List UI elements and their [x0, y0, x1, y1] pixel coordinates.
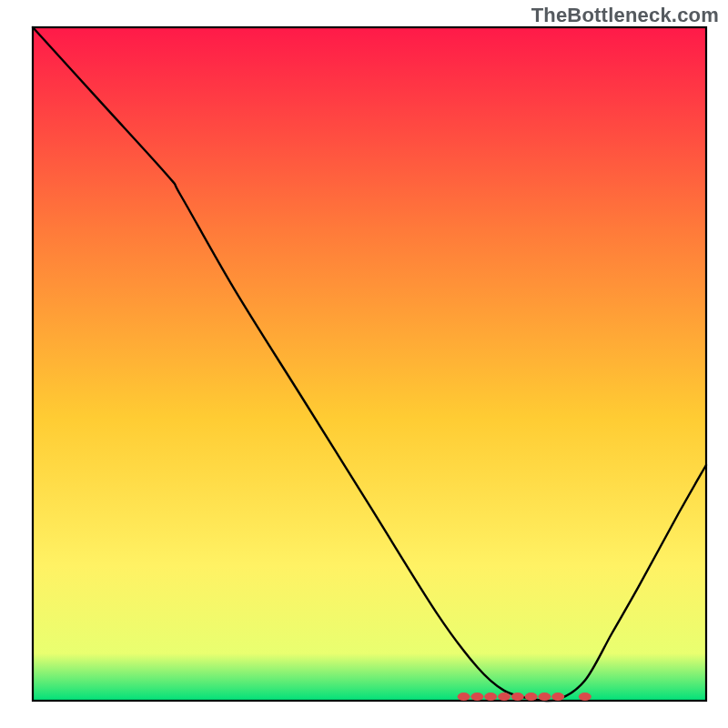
optimal-marker [458, 693, 470, 701]
plot-background [33, 27, 706, 701]
optimal-marker [538, 693, 551, 701]
optimal-marker [498, 693, 511, 701]
chart-container: TheBottleneck.com [0, 0, 728, 728]
optimal-marker [511, 693, 524, 701]
watermark-text: TheBottleneck.com [531, 4, 719, 27]
optimal-marker [470, 693, 483, 701]
chart-svg [0, 0, 728, 728]
optimal-marker [579, 693, 592, 701]
optimal-marker [484, 693, 497, 701]
optimal-marker [525, 693, 538, 701]
optimal-marker [551, 693, 564, 701]
